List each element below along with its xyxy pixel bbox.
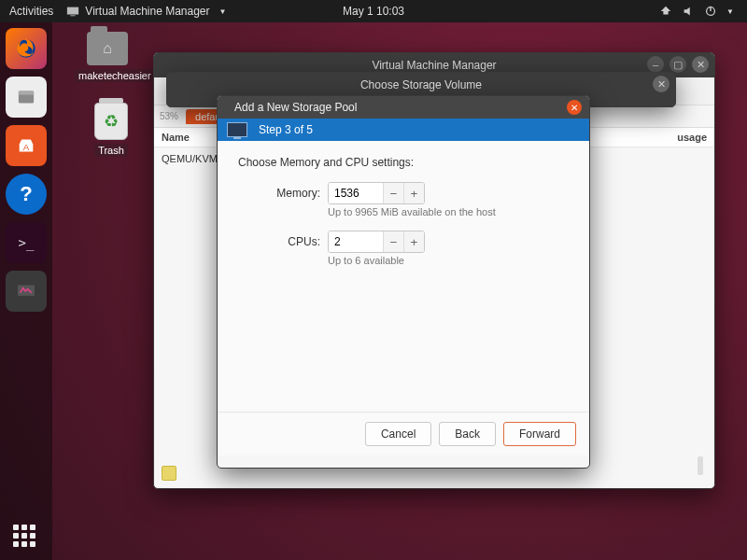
dock-vmm[interactable] xyxy=(6,271,47,312)
memory-decrement[interactable]: − xyxy=(383,183,403,203)
dock-firefox[interactable] xyxy=(6,28,47,69)
cpu-label: CPUs: xyxy=(238,235,320,248)
vmm-col-usage: usage xyxy=(572,132,707,143)
dock-show-apps[interactable] xyxy=(0,525,52,551)
app-indicator-label: Virtual Machine Manager xyxy=(85,5,209,18)
cpu-hint: Up to 6 available xyxy=(328,255,569,266)
software-icon: A xyxy=(14,133,38,158)
vmm-minimize-button[interactable]: – xyxy=(647,56,664,73)
cpu-decrement[interactable]: − xyxy=(383,231,403,252)
clock[interactable]: May 1 10:03 xyxy=(343,5,404,18)
cpu-input[interactable] xyxy=(329,231,383,252)
activities-button[interactable]: Activities xyxy=(9,5,53,18)
vmm-icon xyxy=(14,279,38,303)
storage-volume-titlebar[interactable]: Choose Storage Volume ✕ xyxy=(167,73,675,97)
terminal-icon: >_ xyxy=(19,235,35,250)
svg-rect-1 xyxy=(71,15,76,16)
dock-help[interactable]: ? xyxy=(6,174,47,215)
svg-rect-6 xyxy=(19,91,34,95)
vmm-status-indicator xyxy=(162,466,176,481)
wizard-step-strip: Step 3 of 5 xyxy=(218,119,589,141)
vmm-storage-pct: 53% xyxy=(160,111,178,121)
trash-icon: ♻ xyxy=(94,103,128,140)
svg-rect-0 xyxy=(67,7,78,15)
help-icon: ? xyxy=(20,182,32,206)
memory-label: Memory: xyxy=(238,187,320,200)
power-icon[interactable] xyxy=(704,5,717,18)
wizard-footer: Cancel Back Forward xyxy=(218,412,589,455)
top-panel: Activities Virtual Machine Manager May 1… xyxy=(0,0,747,22)
memory-input[interactable] xyxy=(329,183,383,203)
network-icon[interactable] xyxy=(659,5,672,18)
system-menu-chevron-icon[interactable]: ▼ xyxy=(726,7,734,16)
dock: A ? >_ xyxy=(0,22,52,560)
cpu-spinner: − + xyxy=(328,231,425,253)
wizard-step-label: Step 3 of 5 xyxy=(259,123,313,136)
wizard-close-button[interactable]: ✕ xyxy=(567,100,582,115)
desktop-trash[interactable]: ♻ Trash xyxy=(78,103,144,157)
svg-rect-3 xyxy=(710,7,711,11)
apps-grid-icon xyxy=(13,525,39,551)
cancel-button[interactable]: Cancel xyxy=(365,422,431,446)
monitor-icon xyxy=(227,122,247,137)
storage-volume-close-button[interactable]: ✕ xyxy=(653,76,669,92)
files-icon xyxy=(14,85,38,109)
memory-spinner: − + xyxy=(328,182,425,204)
vmm-maximize-button[interactable]: ▢ xyxy=(669,56,686,73)
dock-software[interactable]: A xyxy=(6,125,47,166)
vmm-indicator-icon xyxy=(66,5,79,18)
wizard-titlebar[interactable]: Add a New Storage Pool ✕ xyxy=(218,96,589,119)
app-indicator[interactable]: Virtual Machine Manager xyxy=(66,5,226,18)
volume-icon[interactable] xyxy=(682,5,695,18)
cpu-increment[interactable]: + xyxy=(403,231,424,252)
back-button[interactable]: Back xyxy=(439,422,496,446)
vmm-title: Virtual Machine Manager xyxy=(372,59,496,72)
wizard-title: Add a New Storage Pool xyxy=(234,101,357,114)
new-vm-wizard-window[interactable]: Add a New Storage Pool ✕ Step 3 of 5 Cho… xyxy=(217,95,590,469)
memory-increment[interactable]: + xyxy=(403,183,424,203)
storage-volume-title: Choose Storage Volume xyxy=(360,78,482,91)
vmm-scroll-thumb[interactable] xyxy=(698,456,703,475)
firefox-icon xyxy=(14,36,38,61)
svg-text:A: A xyxy=(23,142,30,152)
desktop-trash-label: Trash xyxy=(94,144,128,157)
vmm-close-button[interactable]: ✕ xyxy=(692,56,709,73)
dock-files[interactable] xyxy=(6,77,47,118)
desktop-home-label: maketecheasier xyxy=(75,69,155,82)
forward-button[interactable]: Forward xyxy=(503,422,576,446)
memory-hint: Up to 9965 MiB available on the host xyxy=(328,206,569,217)
wizard-heading: Choose Memory and CPU settings: xyxy=(238,156,569,169)
folder-icon: ⌂ xyxy=(87,32,128,65)
dock-terminal[interactable]: >_ xyxy=(6,222,47,263)
wizard-content: Choose Memory and CPU settings: Memory: … xyxy=(218,141,589,412)
desktop-home-folder[interactable]: ⌂ maketecheasier xyxy=(75,32,140,82)
